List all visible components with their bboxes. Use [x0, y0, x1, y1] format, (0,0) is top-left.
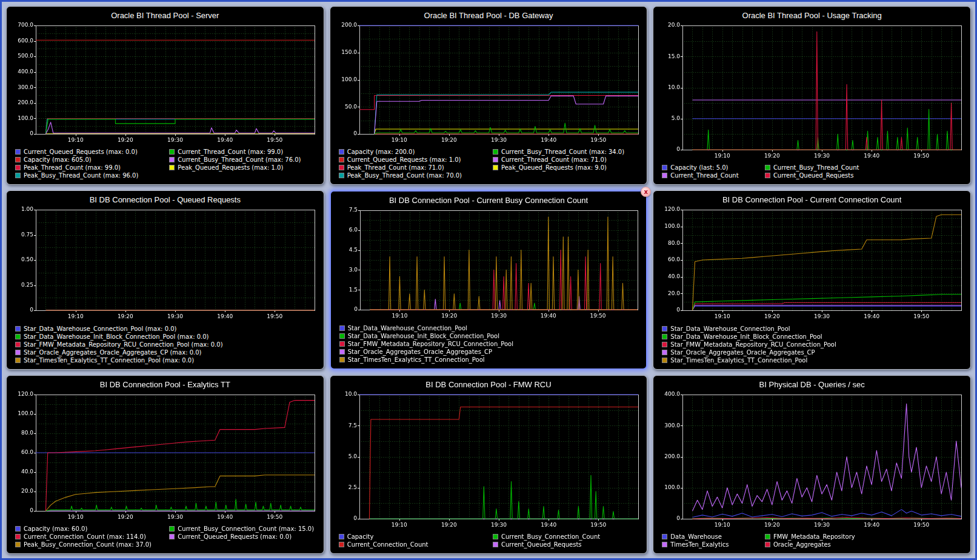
panel-title: BI DB Connection Pool - Current Busy Con… — [335, 193, 643, 206]
legend-label: Current_Busy_Thread_Count (max: 76.0) — [178, 156, 301, 164]
legend-item: Star_TimesTen_Exalytics_TT_Connection_Po… — [339, 356, 641, 364]
legend-item: Current_Busy_Connection_Count (max: 15.0… — [169, 525, 317, 533]
legend-swatch — [15, 358, 21, 363]
chart-plot-area — [657, 390, 967, 531]
legend-label: Peak_Thread_Count (max: 71.0) — [347, 164, 444, 172]
panel-title: Oracle BI Thread Pool - Server — [10, 8, 320, 21]
legend-swatch — [15, 350, 21, 355]
chart-panel-3[interactable]: Oracle BI Thread Pool - Usage Tracking C… — [653, 6, 971, 185]
legend-item: Current_Busy_Thread_Count — [765, 164, 862, 172]
legend-item: Current_Queued_Requests (max: 0.0) — [169, 533, 317, 541]
legend-label: Capacity (max: 605.0) — [24, 156, 92, 164]
legend-swatch — [15, 342, 21, 347]
legend-label: Star_Oracle_Aggregates_Oracle_Aggregates… — [348, 348, 492, 356]
legend-label: Current_Connection_Count (max: 114.0) — [24, 533, 146, 541]
legend-item: Star_FMW_Metadata_Repository_RCU_Connect… — [15, 341, 318, 348]
legend-item: Peak_Queued_Requests (max: 1.0) — [169, 164, 317, 172]
legend-label: Star_TimesTen_Exalytics_TT_Connection_Po… — [348, 356, 485, 364]
legend-label: Star_Data_Warehouse_Connection_Pool — [348, 324, 467, 332]
legend-label: Star_TimesTen_Exalytics_TT_Connection_Po… — [24, 356, 194, 364]
legend-swatch — [15, 542, 21, 547]
legend-item: Current_Thread_Count (max: 99.0) — [169, 148, 317, 156]
legend-item: Star_Oracle_Aggregates_Oracle_Aggregates… — [339, 348, 641, 356]
legend-swatch — [765, 534, 770, 539]
legend-label: Current_Connection_Count — [347, 541, 428, 548]
legend-swatch — [15, 149, 21, 155]
legend-item: Star_TimesTen_Exalytics_TT_Connection_Po… — [662, 356, 964, 364]
legend-item: Current_Thread_Count — [662, 172, 759, 179]
legend-label: Current_Queued_Requests — [501, 541, 582, 548]
legend-label: Current_Busy_Connection_Count — [501, 533, 600, 541]
legend-item: Star_FMW_Metadata_Repository_RCU_Connect… — [662, 341, 964, 348]
legend-swatch — [339, 149, 344, 155]
legend-label: Current_Busy_Thread_Count (max: 34.0) — [501, 148, 624, 156]
legend-label: Peak_Queued_Requests (max: 1.0) — [178, 164, 283, 172]
panel-title: Oracle BI Thread Pool - Usage Tracking — [657, 8, 967, 21]
legend-item: Capacity (last: 5.0) — [662, 164, 759, 172]
legend-swatch — [169, 157, 175, 162]
legend-item: Star_Data_Warehouse_Init_Block_Connectio… — [15, 333, 318, 341]
legend-item: Current_Queued_Requests — [493, 541, 641, 548]
legend-item: Capacity (max: 60.0) — [15, 525, 163, 533]
legend-item: Current_Busy_Thread_Count (max: 34.0) — [493, 148, 641, 156]
legend-swatch — [15, 526, 21, 532]
close-icon: x — [644, 188, 648, 195]
legend-swatch — [15, 157, 21, 162]
chart-canvas — [657, 205, 967, 322]
chart-canvas — [10, 390, 320, 523]
chart-panel-9[interactable]: BI Physical DB - Queries / sec Data_Ware… — [653, 375, 971, 554]
legend-swatch — [662, 350, 667, 355]
legend-item: Peak_Thread_Count (max: 71.0) — [339, 164, 487, 172]
legend-item: Peak_Busy_Thread_Count (max: 96.0) — [15, 172, 163, 179]
legend-swatch — [493, 149, 498, 155]
chart-plot-area — [10, 390, 320, 523]
legend-label: Capacity — [347, 533, 374, 541]
legend-label: Current_Thread_Count — [670, 172, 738, 179]
legend-swatch — [662, 358, 667, 363]
legend-swatch — [493, 157, 498, 162]
legend-item: Star_Data_Warehouse_Connection_Pool — [662, 325, 964, 333]
legend-label: Peak_Busy_Thread_Count (max: 96.0) — [24, 172, 138, 179]
legend-label: Peak_Busy_Thread_Count (max: 70.0) — [347, 172, 462, 179]
legend-swatch — [15, 534, 21, 539]
legend-swatch — [339, 534, 344, 539]
chart-panel-1[interactable]: Oracle BI Thread Pool - Server Current_Q… — [6, 6, 324, 185]
legend-swatch — [765, 542, 770, 547]
legend-label: Current_Queued_Requests — [773, 172, 854, 179]
legend-swatch — [662, 334, 667, 339]
legend-swatch — [15, 165, 21, 170]
legend-label: Current_Busy_Thread_Count — [773, 164, 859, 172]
legend-label: Star_TimesTen_Exalytics_TT_Connection_Po… — [670, 356, 807, 364]
legend: CapacityCurrent_Connection_CountCurrent_… — [334, 531, 644, 551]
legend-item: Star_Data_Warehouse_Connection_Pool (max… — [15, 325, 318, 333]
chart-plot-area — [10, 21, 320, 146]
close-button[interactable]: x — [641, 187, 651, 197]
legend-label: Star_Oracle_Aggregates_Oracle_Aggregates… — [24, 348, 202, 356]
chart-plot-area — [334, 390, 644, 531]
legend-swatch — [339, 325, 345, 331]
legend-label: Capacity (max: 60.0) — [24, 525, 87, 533]
chart-plot-area — [335, 206, 643, 322]
chart-panel-7[interactable]: BI DB Connection Pool - Exalytics TT Cap… — [6, 375, 324, 554]
legend-label: Oracle_Aggregates — [773, 541, 831, 548]
chart-canvas — [657, 390, 967, 531]
legend-item: Current_Busy_Thread_Count (max: 76.0) — [169, 156, 317, 164]
legend-label: Capacity (max: 200.0) — [347, 148, 415, 156]
chart-panel-2[interactable]: Oracle BI Thread Pool - DB Gateway Capac… — [330, 6, 648, 185]
legend-swatch — [339, 165, 344, 170]
chart-panel-8[interactable]: BI DB Connection Pool - FMW RCU Capacity… — [330, 375, 648, 554]
legend-item: Star_Data_Warehouse_Connection_Pool — [339, 324, 641, 332]
legend-label: Capacity (last: 5.0) — [670, 164, 728, 172]
chart-panel-6[interactable]: BI DB Connection Pool - Current Connecti… — [653, 190, 971, 369]
legend-item: Capacity — [339, 533, 487, 541]
chart-canvas — [10, 205, 320, 322]
legend-label: Star_Data_Warehouse_Connection_Pool (max… — [24, 325, 176, 333]
legend-item: Star_Oracle_Aggregates_Oracle_Aggregates… — [15, 348, 318, 356]
chart-panel-4[interactable]: BI DB Connection Pool - Queued Requests … — [6, 190, 324, 369]
legend-swatch — [339, 349, 345, 355]
chart-plot-area — [334, 21, 644, 146]
legend-label: Current_Busy_Connection_Count (max: 15.0… — [178, 525, 314, 533]
legend-swatch — [662, 342, 667, 347]
legend-swatch — [339, 157, 344, 162]
chart-panel-5[interactable]: x BI DB Connection Pool - Current Busy C… — [330, 190, 648, 369]
